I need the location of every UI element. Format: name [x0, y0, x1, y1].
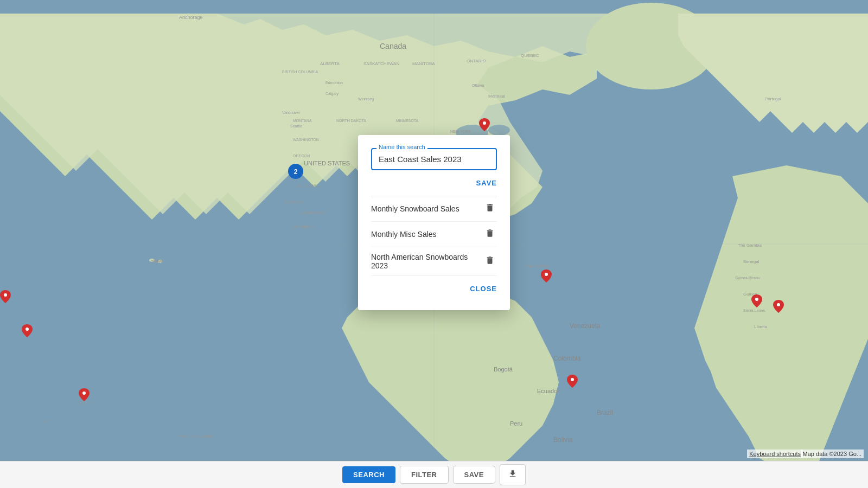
- svg-text:MONTANA: MONTANA: [293, 119, 312, 123]
- svg-text:WASHINGTON: WASHINGTON: [293, 138, 319, 142]
- svg-point-63: [25, 328, 29, 331]
- svg-text:Liberia: Liberia: [754, 324, 768, 329]
- svg-text:Hanalei: Hanalei: [151, 259, 164, 262]
- svg-text:Canada: Canada: [380, 42, 406, 50]
- name-input-group: Name this search: [371, 148, 497, 170]
- svg-point-62: [4, 293, 7, 297]
- svg-text:MINNESOTA: MINNESOTA: [396, 119, 418, 123]
- keyboard-shortcuts-link[interactable]: Keyboard shortcuts: [747, 450, 803, 458]
- svg-text:Sierra Leone: Sierra Leone: [743, 309, 765, 312]
- saved-search-name-1: Monthly Snowboard Sales: [371, 204, 459, 213]
- svg-text:NEVADA: NEVADA: [285, 200, 303, 204]
- svg-text:ONTARIO: ONTARIO: [467, 59, 486, 63]
- saved-searches-list: Monthly Snowboard Sales Monthly Misc Sal…: [371, 196, 497, 276]
- svg-text:OREGON: OREGON: [293, 154, 310, 158]
- delete-saved-search-1[interactable]: [483, 202, 497, 216]
- svg-text:Seattle: Seattle: [290, 124, 302, 128]
- svg-text:The Gambia: The Gambia: [738, 243, 762, 248]
- delete-saved-search-2[interactable]: [483, 227, 497, 241]
- svg-text:Bolivia: Bolivia: [553, 436, 573, 444]
- svg-text:Bogotá: Bogotá: [494, 366, 513, 373]
- svg-text:BRITISH COLUMBIA: BRITISH COLUMBIA: [282, 70, 318, 74]
- svg-point-56: [483, 121, 486, 125]
- svg-text:CALIFORNIA: CALIFORNIA: [296, 184, 318, 188]
- svg-text:2: 2: [294, 168, 298, 176]
- map-attribution: Map data ©2023 Go...: [801, 450, 864, 458]
- svg-text:Anchorage: Anchorage: [179, 15, 203, 20]
- svg-text:Fiji: Fiji: [43, 419, 49, 424]
- search-button[interactable]: SEARCH: [342, 466, 395, 483]
- saved-search-item-1: Monthly Snowboard Sales: [371, 196, 497, 222]
- svg-text:QUEBEC: QUEBEC: [521, 53, 539, 58]
- svg-point-59: [571, 378, 574, 381]
- svg-point-61: [777, 303, 780, 306]
- svg-point-64: [82, 391, 86, 395]
- svg-text:SASKATCHEWAN: SASKATCHEWAN: [363, 61, 399, 66]
- delete-saved-search-3[interactable]: [483, 254, 497, 268]
- saved-search-name-3: North American Snowboards 2023: [371, 253, 483, 270]
- svg-text:Senegal: Senegal: [743, 259, 760, 264]
- save-search-modal: Name this search SAVE Monthly Snowboard …: [358, 135, 510, 310]
- svg-text:Portugal: Portugal: [765, 97, 781, 101]
- save-button[interactable]: SAVE: [453, 466, 495, 484]
- svg-text:Edmonton: Edmonton: [326, 81, 343, 85]
- svg-text:Los Angeles: Los Angeles: [293, 224, 314, 229]
- modal-close-button[interactable]: CLOSE: [470, 285, 497, 293]
- svg-text:ALBERTA: ALBERTA: [320, 61, 340, 66]
- svg-text:NORTH DAKOTA: NORTH DAKOTA: [336, 119, 366, 123]
- filter-button[interactable]: FILTER: [400, 466, 449, 484]
- svg-text:Peru: Peru: [510, 420, 522, 427]
- svg-text:MANITOBA: MANITOBA: [412, 61, 435, 66]
- svg-text:Samoa: Samoa: [80, 401, 92, 404]
- saved-search-item-2: Monthly Misc Sales: [371, 222, 497, 247]
- download-icon: [508, 469, 518, 479]
- svg-text:NEBRASKA: NEBRASKA: [301, 210, 325, 215]
- modal-save-button[interactable]: SAVE: [476, 179, 497, 187]
- svg-text:French Polynesia: French Polynesia: [179, 434, 213, 439]
- name-search-input[interactable]: [371, 148, 497, 170]
- svg-text:Calgary: Calgary: [326, 92, 339, 96]
- svg-text:Ecuador: Ecuador: [537, 388, 559, 394]
- svg-point-58: [545, 273, 548, 276]
- svg-text:Colombia: Colombia: [553, 355, 581, 362]
- saved-search-item-3: North American Snowboards 2023: [371, 247, 497, 276]
- svg-point-60: [755, 298, 758, 301]
- svg-point-3: [488, 125, 510, 136]
- svg-text:Brazil: Brazil: [597, 409, 613, 416]
- bottom-toolbar: SEARCH FILTER SAVE: [0, 461, 868, 488]
- svg-text:UNITED STATES: UNITED STATES: [304, 160, 350, 166]
- svg-text:Venezuela: Venezuela: [570, 322, 600, 330]
- svg-text:Ottawa: Ottawa: [472, 84, 484, 87]
- download-button[interactable]: [500, 464, 526, 485]
- svg-text:Montreal: Montreal: [488, 94, 505, 99]
- svg-text:Puerto Rico: Puerto Rico: [526, 264, 549, 268]
- svg-text:Vancouver: Vancouver: [282, 111, 301, 114]
- svg-text:Winnipeg: Winnipeg: [358, 97, 374, 101]
- name-input-label: Name this search: [376, 144, 427, 150]
- saved-search-name-2: Monthly Misc Sales: [371, 230, 437, 239]
- svg-text:NEW YORK: NEW YORK: [450, 130, 471, 133]
- svg-text:Guinea-Bissau: Guinea-Bissau: [735, 276, 760, 280]
